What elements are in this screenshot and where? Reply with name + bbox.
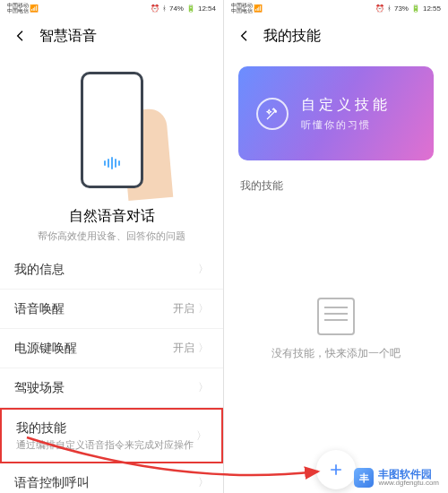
item-label: 我的信息 [14, 262, 198, 278]
list-item-voice-call[interactable]: 语音控制呼叫 〉 [0, 463, 223, 493]
custom-skill-card[interactable]: 自定义技能 听懂你的习惯 [238, 66, 434, 160]
watermark-logo: 丰 [354, 468, 374, 488]
chevron-right-icon: 〉 [198, 380, 209, 395]
item-description: 通过编排自定义语音指令来完成对应操作 [16, 438, 196, 451]
header: 我的技能 [224, 16, 448, 56]
hero-illustration [0, 56, 223, 203]
chevron-right-icon: 〉 [198, 262, 209, 277]
list-item-driving[interactable]: 驾驶场景 〉 [0, 368, 223, 408]
phone-illustration [81, 72, 143, 188]
right-screen: 中国移动 中国电信 📶 ⏰ ᚼ 73% 🔋 12:55 我的技能 [224, 0, 448, 493]
back-button[interactable] [13, 28, 29, 44]
statusbar: 中国移动 中国电信 📶 ⏰ ᚼ 74% 🔋 12:54 [0, 0, 223, 16]
magic-wand-icon [256, 98, 289, 130]
hero-subtitle: 帮你高效使用设备、回答你的问题 [0, 229, 223, 243]
arrow-left-icon [13, 29, 28, 43]
chevron-right-icon: 〉 [196, 428, 207, 444]
list-item-power-wake[interactable]: 电源键唤醒 开启〉 [0, 329, 223, 368]
header: 智慧语音 [0, 16, 223, 56]
back-button[interactable] [237, 28, 253, 44]
item-label: 电源键唤醒 [14, 341, 173, 357]
bluetooth-icon: ᚼ [162, 4, 167, 13]
watermark: 丰 丰图软件园 www.dgfengtu.com [354, 468, 439, 488]
left-screen: 中国移动 中国电信 📶 ⏰ ᚼ 74% 🔋 12:54 智慧语音 [0, 0, 224, 493]
list-item-voice-wake[interactable]: 语音唤醒 开启〉 [0, 290, 223, 329]
item-label: 驾驶场景 [14, 380, 198, 396]
clock: 12:55 [423, 4, 441, 13]
plus-icon [327, 461, 345, 479]
clock: 12:54 [198, 4, 216, 13]
battery-percent: 74% [169, 4, 184, 13]
carrier-label: 中国移动 中国电信 [231, 3, 253, 13]
battery-icon: 🔋 [411, 4, 420, 13]
signal-icon: 📶 [30, 4, 39, 13]
settings-list: 我的信息 〉 语音唤醒 开启〉 电源键唤醒 开启〉 驾驶场景 〉 我的技能 通过… [0, 250, 223, 493]
item-value: 开启 [173, 341, 194, 356]
chevron-right-icon: 〉 [198, 301, 209, 316]
chevron-right-icon: 〉 [198, 341, 209, 356]
statusbar: 中国移动 中国电信 📶 ⏰ ᚼ 73% 🔋 12:55 [224, 0, 448, 16]
list-item-my-skills[interactable]: 我的技能 通过编排自定义语音指令来完成对应操作 〉 [0, 408, 223, 463]
item-label: 我的技能 [16, 420, 196, 437]
alarm-icon: ⏰ [151, 4, 159, 13]
voice-wave-icon [104, 157, 120, 169]
document-icon [317, 298, 355, 335]
alarm-icon: ⏰ [375, 4, 384, 13]
item-value: 开启 [173, 301, 194, 316]
card-subtitle: 听懂你的习惯 [301, 118, 391, 132]
page-title: 我的技能 [263, 27, 321, 46]
section-label: 我的技能 [224, 171, 448, 201]
page-title: 智慧语音 [39, 27, 97, 46]
add-skill-button[interactable] [316, 450, 356, 489]
chevron-right-icon: 〉 [198, 475, 209, 490]
watermark-url: www.dgfengtu.com [378, 480, 439, 487]
card-title: 自定义技能 [301, 96, 391, 115]
empty-text: 没有技能，快来添加一个吧 [271, 346, 401, 361]
arrow-left-icon [237, 29, 252, 43]
carrier-label: 中国移动 中国电信 [7, 3, 29, 13]
hero-title: 自然语音对话 [0, 207, 223, 226]
signal-icon: 📶 [254, 4, 263, 13]
list-item-my-info[interactable]: 我的信息 〉 [0, 250, 223, 290]
item-label: 语音控制呼叫 [14, 475, 198, 491]
battery-icon: 🔋 [186, 4, 195, 13]
battery-percent: 73% [394, 4, 409, 13]
bluetooth-icon: ᚼ [387, 4, 392, 13]
item-label: 语音唤醒 [14, 301, 173, 317]
